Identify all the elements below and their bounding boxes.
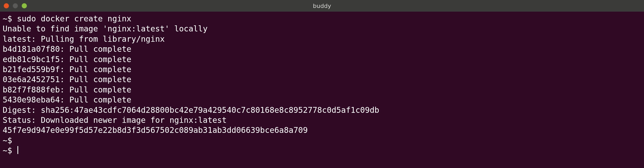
terminal-line: 03e6a2452751: Pull complete [3, 74, 641, 85]
terminal-line: ~$ [3, 136, 641, 146]
window-maximize-button[interactable] [22, 3, 27, 8]
window-title: buddy [313, 3, 331, 9]
window-minimize-button[interactable] [13, 3, 18, 8]
terminal-line: 5430e98eba64: Pull complete [3, 95, 641, 105]
terminal-line: b21fed559b9f: Pull complete [3, 64, 641, 74]
terminal-prompt: ~$ [3, 14, 17, 23]
window-controls [4, 3, 27, 8]
terminal-line: Unable to find image 'nginx:latest' loca… [3, 24, 641, 34]
terminal-line: edb81c9bc1f5: Pull complete [3, 54, 641, 64]
terminal-command: sudo docker create nginx [17, 14, 131, 23]
terminal-line: ~$ sudo docker create nginx [3, 14, 641, 24]
terminal-prompt: ~$ [3, 136, 17, 145]
terminal-cursor [17, 146, 18, 154]
terminal-line: b4d181a07f80: Pull complete [3, 44, 641, 54]
terminal-line: Digest: sha256:47ae43cdfc7064d28800bc42e… [3, 105, 641, 115]
terminal-line: 45f7e9d947e0e99f5d57e22b8d3f3d567502c089… [3, 125, 641, 135]
terminal-prompt: ~$ [3, 146, 17, 155]
window-titlebar: buddy [0, 0, 644, 12]
terminal-output[interactable]: ~$ sudo docker create nginxUnable to fin… [0, 12, 644, 158]
terminal-line: ~$ [3, 146, 641, 156]
terminal-line: b82f7f888feb: Pull complete [3, 85, 641, 95]
window-close-button[interactable] [4, 3, 9, 8]
terminal-line: Status: Downloaded newer image for nginx… [3, 115, 641, 125]
terminal-line: latest: Pulling from library/nginx [3, 34, 641, 44]
